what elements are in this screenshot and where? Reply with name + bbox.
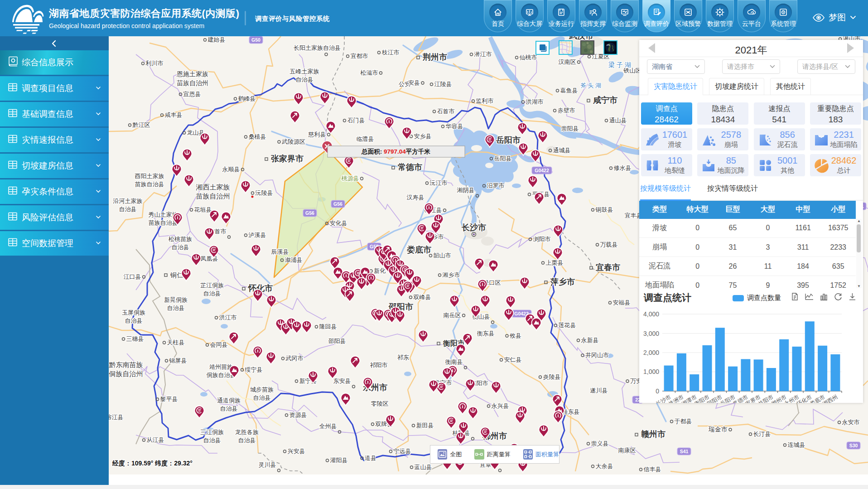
svg-text:玉屏侗族: 玉屏侗族 bbox=[122, 309, 145, 316]
svg-text:经度：109.59° 纬度：29.32°: 经度：109.59° 纬度：29.32° bbox=[112, 460, 193, 467]
svg-text:安仁县: 安仁县 bbox=[504, 356, 522, 363]
svg-text:莲花县: 莲花县 bbox=[559, 322, 576, 329]
svg-text:黎平县: 黎平县 bbox=[160, 396, 178, 402]
svg-text:2,000: 2,000 bbox=[643, 349, 659, 356]
svg-text:道县: 道县 bbox=[365, 455, 376, 461]
svg-text:永顺县: 永顺县 bbox=[222, 166, 240, 173]
svg-text:江陵县: 江陵县 bbox=[434, 81, 452, 87]
svg-text:桂东县: 桂东县 bbox=[562, 408, 580, 415]
svg-text:石门县: 石门县 bbox=[347, 117, 365, 124]
svg-text:通道侗族: 通道侗族 bbox=[217, 397, 241, 404]
svg-text:瑞金市: 瑞金市 bbox=[708, 426, 728, 433]
svg-text:自治县: 自治县 bbox=[253, 394, 271, 401]
svg-text:永兴县: 永兴县 bbox=[492, 402, 509, 409]
svg-text:酉阳土家族: 酉阳土家族 bbox=[135, 173, 164, 179]
svg-text:天柱县: 天柱县 bbox=[167, 339, 185, 346]
svg-text:零陵区: 零陵区 bbox=[371, 400, 389, 407]
svg-text:蓝山县: 蓝山县 bbox=[415, 464, 432, 470]
svg-text:衡东县: 衡东县 bbox=[477, 330, 495, 337]
svg-text:宜春市: 宜春市 bbox=[596, 263, 620, 272]
svg-text:隆回县: 隆回县 bbox=[319, 323, 337, 330]
svg-text:三江侗族: 三江侗族 bbox=[200, 429, 224, 436]
svg-text:自治县: 自治县 bbox=[203, 437, 221, 444]
svg-text:宁远县: 宁远县 bbox=[394, 448, 411, 455]
svg-text:会同县: 会同县 bbox=[210, 341, 228, 348]
svg-text:辰溪县: 辰溪县 bbox=[271, 248, 289, 255]
svg-text:苗族自治州: 苗族自治州 bbox=[177, 79, 208, 87]
svg-text:汉南区: 汉南区 bbox=[559, 58, 576, 65]
svg-text:侗族自治州: 侗族自治州 bbox=[109, 370, 143, 378]
svg-text:岳阳县: 岳阳县 bbox=[494, 155, 512, 162]
svg-text:灵川县: 灵川县 bbox=[259, 461, 276, 468]
svg-text:祁东: 祁东 bbox=[397, 354, 409, 361]
svg-text:G0422: G0422 bbox=[535, 168, 549, 173]
svg-text:自治县: 自治县 bbox=[220, 405, 238, 412]
svg-text:洪湖市: 洪湖市 bbox=[526, 98, 544, 105]
svg-text:新晃侗族: 新晃侗族 bbox=[164, 296, 188, 303]
svg-text:从江县: 从江县 bbox=[147, 436, 164, 443]
svg-text:S41: S41 bbox=[680, 449, 689, 454]
svg-text:花垣县: 花垣县 bbox=[194, 206, 212, 213]
svg-text:泸溪县: 泸溪县 bbox=[249, 232, 266, 238]
svg-text:自治县: 自治县 bbox=[296, 76, 313, 83]
svg-text:汉寿县: 汉寿县 bbox=[407, 194, 424, 201]
svg-text:通山县: 通山县 bbox=[609, 117, 627, 124]
svg-text:南康区: 南康区 bbox=[618, 447, 636, 454]
svg-text:湘西土家族: 湘西土家族 bbox=[196, 183, 230, 191]
svg-text:武汉市: 武汉市 bbox=[569, 36, 593, 40]
svg-text:利川市: 利川市 bbox=[145, 60, 164, 67]
svg-text:娄底市: 娄底市 bbox=[407, 245, 431, 254]
svg-text:桃源县: 桃源县 bbox=[341, 175, 359, 182]
svg-text:修水县: 修水县 bbox=[614, 165, 632, 171]
svg-text:沅江市: 沅江市 bbox=[429, 179, 448, 186]
svg-text:崇义县: 崇义县 bbox=[591, 440, 609, 447]
svg-text:苗族自治州: 苗族自治州 bbox=[196, 192, 230, 200]
svg-text:恩施土家族: 恩施土家族 bbox=[176, 70, 208, 77]
svg-text:绥宁县: 绥宁县 bbox=[245, 366, 263, 373]
svg-text:张家界市: 张家界市 bbox=[271, 154, 304, 163]
svg-text:慈利县: 慈利县 bbox=[308, 131, 326, 138]
svg-text:资源县: 资源县 bbox=[289, 412, 307, 418]
svg-text:G56: G56 bbox=[333, 201, 342, 207]
svg-text:总面积: 9797.04平方千米: 总面积: 9797.04平方千米 bbox=[361, 148, 430, 155]
svg-text:榕江县: 榕江县 bbox=[109, 414, 124, 421]
svg-text:铜仁: 铜仁 bbox=[170, 271, 183, 279]
svg-text:岳阳市: 岳阳市 bbox=[496, 136, 521, 145]
svg-text:宣恩县: 宣恩县 bbox=[183, 91, 201, 97]
svg-text:南岳区: 南岳区 bbox=[444, 312, 461, 319]
svg-text:G50: G50 bbox=[251, 37, 260, 43]
svg-text:临澧县: 临澧县 bbox=[357, 136, 374, 142]
svg-text:黔东南苗族: 黔东南苗族 bbox=[109, 361, 143, 368]
svg-text:沅陵县: 沅陵县 bbox=[255, 189, 273, 196]
svg-text:桑植县: 桑植县 bbox=[249, 133, 266, 140]
svg-text:安福县: 安福县 bbox=[613, 299, 631, 306]
svg-text:江口县: 江口县 bbox=[124, 273, 141, 280]
svg-text:铜鼓县: 铜鼓县 bbox=[595, 206, 613, 213]
svg-text:潜江市: 潜江市 bbox=[474, 51, 492, 58]
svg-text:安化县: 安化县 bbox=[330, 220, 347, 227]
svg-text:自治县: 自治县 bbox=[167, 305, 185, 311]
svg-text:长汀县: 长汀县 bbox=[753, 431, 771, 437]
svg-text:常德市: 常德市 bbox=[398, 163, 422, 172]
svg-text:枝江市: 枝江市 bbox=[382, 49, 400, 56]
svg-text:崇阳县: 崇阳县 bbox=[561, 125, 579, 132]
svg-text:苗族自治县: 苗族自治县 bbox=[149, 219, 178, 226]
svg-text:五峰土家族: 五峰土家族 bbox=[290, 68, 319, 75]
svg-text:沿河土家族: 沿河土家族 bbox=[113, 198, 143, 204]
svg-text:大余县: 大余县 bbox=[596, 463, 613, 470]
svg-text:东安县: 东安县 bbox=[333, 378, 351, 384]
svg-text:汨罗市: 汨罗市 bbox=[487, 182, 505, 189]
svg-text:城步苗族: 城步苗族 bbox=[250, 386, 274, 393]
svg-text:双峰县: 双峰县 bbox=[413, 294, 431, 300]
svg-text:永新县: 永新县 bbox=[581, 337, 599, 344]
svg-text:监利市: 监利市 bbox=[476, 97, 494, 104]
svg-text:长阳土家族自治县: 长阳土家族自治县 bbox=[294, 44, 341, 51]
svg-text:湘阴县: 湘阴县 bbox=[457, 187, 475, 194]
svg-text:宜都市: 宜都市 bbox=[351, 53, 368, 59]
svg-text:信丰县: 信丰县 bbox=[643, 466, 661, 473]
svg-text:浏阳市: 浏阳市 bbox=[533, 236, 551, 242]
svg-text:上栗县: 上栗县 bbox=[546, 259, 564, 266]
svg-text:祁阳市: 祁阳市 bbox=[370, 362, 388, 368]
svg-text:新田县: 新田县 bbox=[416, 422, 434, 429]
svg-text:连城县: 连城县 bbox=[788, 441, 805, 448]
